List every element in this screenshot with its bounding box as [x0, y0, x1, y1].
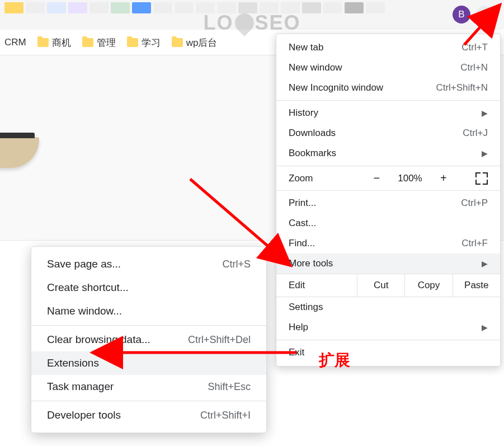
menu-label: Edit — [276, 274, 357, 297]
folder-icon — [37, 38, 49, 47]
menu-label: Name window... — [47, 305, 122, 317]
menu-edit: Edit Cut Copy Paste — [276, 274, 500, 297]
menu-label: History — [289, 107, 318, 119]
edit-paste-button[interactable]: Paste — [453, 274, 500, 297]
zoom-percent: 100% — [398, 173, 422, 184]
submenu-developer-tools[interactable]: Developer tools Ctrl+Shift+I — [31, 403, 266, 427]
menu-label: Bookmarks — [289, 148, 336, 159]
menu-label: New tab — [289, 42, 323, 53]
menu-shortcut: Ctrl+S — [222, 259, 251, 270]
menu-shortcut: Ctrl+N — [460, 62, 488, 73]
folder-icon — [127, 38, 138, 47]
menu-find[interactable]: Find... Ctrl+F — [276, 233, 500, 253]
menu-label: Save page as... — [47, 258, 121, 270]
submenu-task-manager[interactable]: Task manager Shift+Esc — [31, 375, 266, 398]
menu-separator — [276, 166, 500, 166]
bookmark-label: 管理 — [97, 36, 116, 49]
chrome-main-menu: New tab Ctrl+T New window Ctrl+N New Inc… — [276, 34, 501, 367]
bookmark-wp[interactable]: wp后台 — [172, 36, 218, 49]
tab-strip — [0, 0, 504, 30]
menu-shortcut: Ctrl+Shift+I — [200, 410, 251, 421]
menu-separator — [31, 401, 266, 401]
folder-icon — [172, 38, 183, 47]
bookmark-crm[interactable]: CRM — [4, 37, 26, 48]
menu-shortcut: Ctrl+F — [461, 238, 488, 249]
menu-label: Exit — [289, 347, 304, 358]
menu-label: Downloads — [289, 128, 336, 139]
menu-label: Create shortcut... — [47, 281, 129, 294]
submenu-extensions[interactable]: Extensions — [31, 351, 266, 375]
chevron-right-icon: ▶ — [482, 323, 488, 332]
menu-settings[interactable]: Settings — [276, 297, 500, 317]
menu-shortcut: Ctrl+Shift+Del — [188, 334, 251, 346]
menu-exit[interactable]: Exit — [276, 342, 500, 363]
menu-new-tab[interactable]: New tab Ctrl+T — [276, 37, 500, 58]
menu-help[interactable]: Help ▶ — [276, 317, 500, 337]
menu-shortcut: Ctrl+Shift+N — [436, 82, 488, 93]
menu-label: Extensions — [47, 357, 99, 369]
menu-history[interactable]: History ▶ — [276, 103, 500, 123]
menu-shortcut: Shift+Esc — [208, 381, 251, 393]
bookmarks-bar: CRM 商机 管理 学习 wp后台 — [0, 34, 217, 51]
menu-label: Developer tools — [47, 409, 121, 421]
bookmark-label: 学习 — [142, 36, 161, 49]
submenu-clear-data[interactable]: Clear browsing data... Ctrl+Shift+Del — [31, 328, 266, 351]
menu-zoom: Zoom − 100% + — [276, 168, 500, 188]
chevron-right-icon: ▶ — [482, 149, 488, 158]
menu-label: Clear browsing data... — [47, 334, 150, 346]
avatar-letter: B — [458, 9, 464, 20]
tab-blur-row — [0, 0, 389, 16]
menu-incognito[interactable]: New Incognito window Ctrl+Shift+N — [276, 78, 500, 98]
folder-icon — [82, 38, 93, 47]
menu-label: More tools — [289, 258, 333, 269]
menu-label: Zoom — [289, 173, 345, 184]
chevron-right-icon: ▶ — [482, 109, 488, 118]
menu-label: Settings — [289, 302, 323, 313]
menu-shortcut: Ctrl+J — [463, 128, 488, 139]
bookmark-xuexi[interactable]: 学习 — [127, 36, 161, 49]
menu-label: Help — [289, 322, 308, 333]
menu-separator — [31, 325, 266, 326]
submenu-create-shortcut[interactable]: Create shortcut... — [31, 276, 266, 299]
menu-label: Task manager — [47, 381, 114, 393]
menu-label: Print... — [289, 198, 316, 209]
menu-new-window[interactable]: New window Ctrl+N — [276, 58, 500, 78]
bookmark-label: wp后台 — [186, 36, 218, 49]
menu-more-tools[interactable]: More tools ▶ — [276, 253, 500, 274]
menu-shortcut: Ctrl+P — [461, 198, 488, 209]
menu-separator — [276, 340, 500, 340]
edit-cut-button[interactable]: Cut — [357, 274, 404, 297]
menu-label: Find... — [289, 238, 315, 249]
bookmark-label: 商机 — [52, 36, 71, 49]
chevron-right-icon: ▶ — [482, 259, 488, 268]
bookmark-label: CRM — [4, 37, 26, 48]
menu-print[interactable]: Print... Ctrl+P — [276, 193, 500, 213]
menu-bookmarks[interactable]: Bookmarks ▶ — [276, 143, 500, 163]
zoom-in-button[interactable]: + — [437, 172, 450, 185]
submenu-save-page[interactable]: Save page as... Ctrl+S — [31, 252, 266, 276]
zoom-out-button[interactable]: − — [370, 172, 383, 185]
menu-downloads[interactable]: Downloads Ctrl+J — [276, 123, 500, 143]
menu-cast[interactable]: Cast... — [276, 213, 500, 233]
more-tools-submenu: Save page as... Ctrl+S Create shortcut..… — [31, 246, 267, 433]
chrome-menu-button[interactable] — [476, 6, 494, 24]
bookmark-shangji[interactable]: 商机 — [37, 36, 71, 49]
bookmark-guanli[interactable]: 管理 — [82, 36, 116, 49]
profile-avatar[interactable]: B — [453, 6, 470, 24]
edit-copy-button[interactable]: Copy — [404, 274, 452, 297]
menu-separator — [276, 190, 500, 191]
menu-shortcut: Ctrl+T — [461, 42, 488, 53]
menu-label: New window — [289, 62, 342, 73]
submenu-name-window[interactable]: Name window... — [31, 299, 266, 323]
menu-separator — [276, 100, 500, 101]
fullscreen-icon[interactable] — [475, 172, 488, 185]
menu-label: Cast... — [289, 218, 316, 229]
menu-label: New Incognito window — [289, 82, 383, 93]
